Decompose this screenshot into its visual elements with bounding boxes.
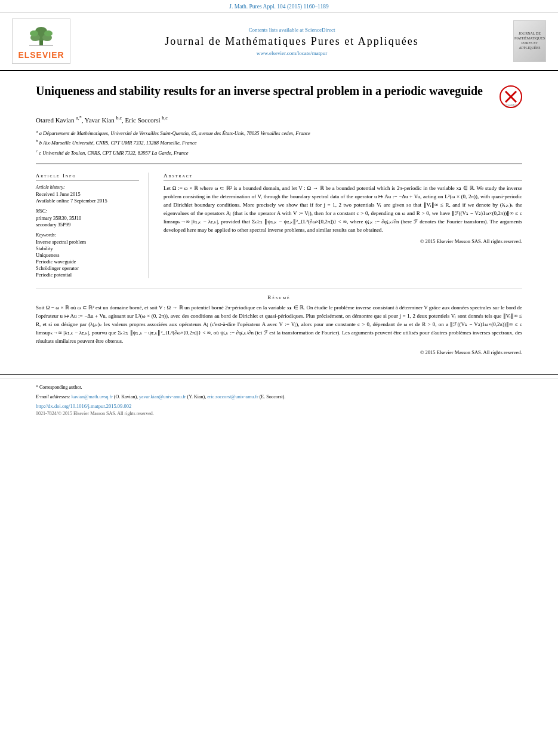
email1-link[interactable]: kavian@math.uvsq.fr [72, 394, 113, 399]
issn-line: 0021-7824/© 2015 Elsevier Masson SAS. Al… [36, 411, 522, 416]
keyword-5: Schrödinger operator [36, 265, 139, 271]
journal-url[interactable]: www.elsevier.com/locate/matpur [76, 50, 507, 56]
resume-section: Résumé Soit Ω = ω × ℝ où ω ⊂ ℝ² est un d… [36, 288, 522, 355]
elsevier-wordmark: ELSEVIER [17, 50, 65, 60]
email2-name: (Y. Kian), [187, 394, 206, 399]
keyword-2: Stability [36, 245, 139, 251]
keyword-4: Periodic waveguide [36, 259, 139, 265]
citation-bar: J. Math. Pures Appl. 104 (2015) 1160–118… [0, 0, 558, 13]
email2-link[interactable]: yavar.kian@univ-amu.fr [139, 394, 186, 399]
affiliation-a: a a Département de Mathématiques, Univer… [36, 128, 522, 137]
history-label: Article history: [36, 185, 139, 190]
svg-point-5 [30, 30, 38, 36]
citation-text: J. Math. Pures Appl. 104 (2015) 1160–118… [229, 4, 328, 10]
keyword-6: Periodic potential [36, 272, 139, 278]
abstract-copyright: © 2015 Elsevier Masson SAS. All rights r… [164, 238, 522, 244]
journal-title: Journal de Mathématiques Pures et Appliq… [76, 35, 507, 48]
email3-name: (E. Soccorst). [260, 394, 286, 399]
sciencedirect-link[interactable]: ScienceDirect [305, 27, 335, 33]
footer-divider [0, 374, 558, 375]
keywords-label: Keywords: [36, 232, 139, 238]
abstract-text: Let Ω := ω × ℝ where ω ⊂ ℝ² is a bounded… [164, 185, 522, 235]
main-content: Uniqueness and stability results for an … [0, 71, 558, 367]
msc-primary: primary 35R30, 35J10 [36, 215, 139, 221]
affiliation-b: b b Aix-Marseille Université, CNRS, CPT … [36, 138, 522, 147]
msc-secondary: secondary 35P99 [36, 222, 139, 228]
email3-link[interactable]: eric.soccorst@univ-amu.fr [207, 394, 258, 399]
affiliation-c: c c Université de Toulon, CNRS, CPT UMR … [36, 148, 522, 157]
journal-thumbnail: JOURNAL DEMATHÉMATIQUESPURES ETAPPLIQUÉE… [513, 20, 546, 62]
resume-text: Soit Ω = ω × ℝ où ω ⊂ ℝ² est un domaine … [36, 304, 522, 346]
keyword-3: Uniqueness [36, 252, 139, 258]
article-info-heading: Article Info [36, 173, 139, 181]
received-date: Received 1 June 2015 [36, 191, 139, 197]
elsevier-logo: ELSEVIER [12, 19, 70, 64]
affiliations: a a Département de Mathématiques, Univer… [36, 128, 522, 165]
abstract-section: Abstract Let Ω := ω × ℝ where ω ⊂ ℝ² is … [164, 173, 522, 278]
paper-title-section: Uniqueness and stability results for an … [36, 83, 522, 108]
resume-copyright: © 2015 Elsevier Masson SAS. All rights r… [36, 349, 522, 355]
available-date: Available online 7 September 2015 [36, 198, 139, 204]
authors-text: Otared Kavian a,*, Yavar Kian b,c, Eric … [36, 116, 168, 124]
resume-heading: Résumé [36, 294, 522, 300]
msc-label: MSC: [36, 208, 139, 214]
contents-text: Contents lists available at [249, 27, 304, 33]
keyword-1: Inverse spectral problem [36, 239, 139, 245]
svg-point-6 [44, 30, 53, 36]
elsevier-tree-icon [17, 23, 65, 47]
article-info-column: Article Info Article history: Received 1… [36, 173, 149, 278]
email-addresses: E-mail addresses: kavian@math.uvsq.fr (O… [36, 394, 522, 401]
journal-header: ELSEVIER Contents lists available at Sci… [0, 13, 558, 71]
crossmark-icon: CrossMark [500, 85, 522, 108]
two-column-layout: Article Info Article history: Received 1… [36, 173, 522, 278]
abstract-heading: Abstract [164, 173, 522, 181]
crossmark-logo[interactable]: CrossMark [500, 85, 522, 108]
contents-line: Contents lists available at ScienceDirec… [76, 27, 507, 33]
keywords-list: Inverse spectral problem Stability Uniqu… [36, 239, 139, 278]
doi-anchor[interactable]: http://dx.doi.org/10.1016/j.matpur.2015.… [36, 403, 131, 409]
svg-text:CrossMark: CrossMark [504, 103, 519, 107]
authors-line: Otared Kavian a,*, Yavar Kian b,c, Eric … [36, 115, 522, 124]
email1-name: (O. Kavian), [114, 394, 138, 399]
thumbnail-text: JOURNAL DEMATHÉMATIQUESPURES ETAPPLIQUÉE… [514, 32, 545, 50]
journal-center: Contents lists available at ScienceDirec… [76, 27, 507, 56]
paper-title: Uniqueness and stability results for an … [36, 83, 488, 99]
doi-link[interactable]: http://dx.doi.org/10.1016/j.matpur.2015.… [36, 403, 522, 409]
corresponding-note: * Corresponding author. [36, 384, 522, 391]
footer-section: * Corresponding author. E-mail addresses… [0, 379, 558, 421]
